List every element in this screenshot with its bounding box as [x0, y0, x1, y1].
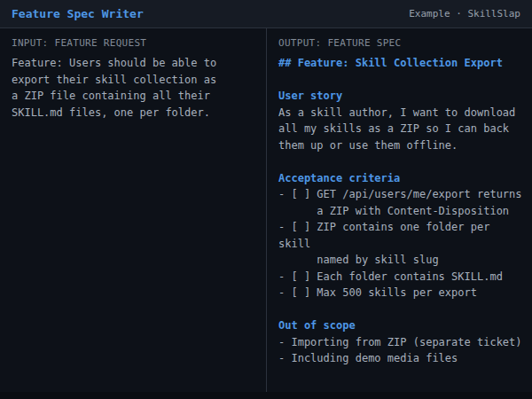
spec-text-line: named by skill slug [278, 252, 520, 269]
spec-text-line: a ZIP with Content-Disposition [278, 203, 520, 220]
spec-heading-line: Out of scope [278, 317, 520, 334]
spec-text-line: - Including demo media files [278, 350, 520, 367]
spec-lines: ## Feature: Skill Collection Export User… [278, 55, 520, 367]
main-content: INPUT: FEATURE REQUEST Feature: Users sh… [0, 28, 532, 392]
spec-text-line: all my skills as a ZIP so I can back [278, 121, 520, 137]
spec-text-line: - [ ] Max 500 skills per export [278, 285, 520, 301]
output-panel-label: OUTPUT: FEATURE SPEC [278, 37, 520, 50]
spec-text-line [278, 301, 520, 318]
input-panel: INPUT: FEATURE REQUEST Feature: Users sh… [0, 28, 266, 392]
spec-text-line [278, 153, 520, 170]
spec-text-line: - [ ] ZIP contains one folder per [278, 219, 520, 236]
spec-text-line: - [ ] Each folder contains SKILL.md [278, 269, 520, 286]
header-meta: Example · SkillSlap [409, 8, 520, 20]
spec-text-line: - Importing from ZIP (separate ticket) [278, 334, 520, 351]
app-header: Feature Spec Writer Example · SkillSlap [0, 0, 532, 28]
output-panel: OUTPUT: FEATURE SPEC ## Feature: Skill C… [266, 28, 532, 392]
input-feature-request-text: Feature: Users should be able to export … [12, 55, 254, 121]
spec-heading-line: Acceptance criteria [278, 170, 520, 187]
spec-text-line: - [ ] GET /api/users/me/export returns [278, 186, 520, 203]
spec-text-line [278, 72, 520, 89]
app-title: Feature Spec Writer [12, 7, 144, 20]
spec-heading-line: ## Feature: Skill Collection Export [278, 55, 520, 72]
spec-text-line: As a skill author, I want to download [278, 105, 520, 121]
spec-heading-line: User story [278, 88, 520, 105]
input-panel-label: INPUT: FEATURE REQUEST [12, 37, 254, 50]
spec-text-line: them up or use them offline. [278, 137, 520, 154]
spec-text-line: skill [278, 236, 520, 253]
